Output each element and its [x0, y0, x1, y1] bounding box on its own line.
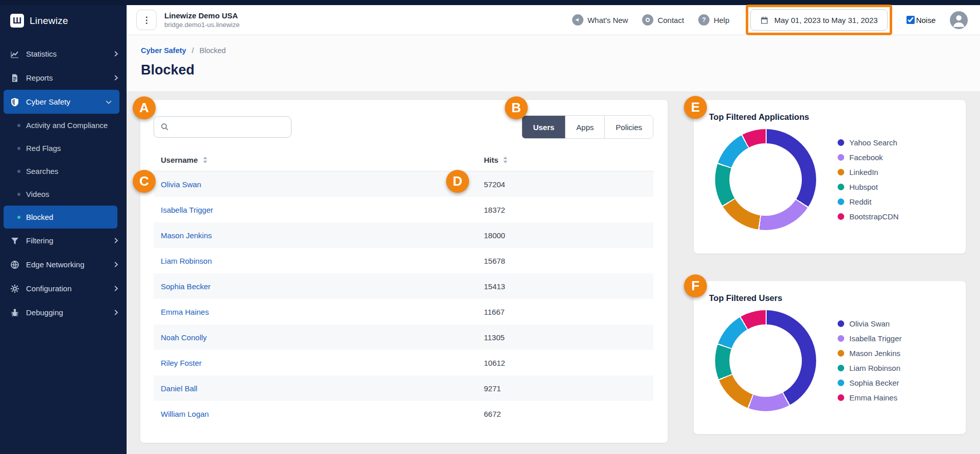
sidebar-subitem-label: Activity and Compliance — [26, 121, 108, 130]
table-row: Noah Conolly11305 — [154, 324, 653, 350]
noise-checkbox[interactable] — [906, 16, 915, 24]
search-icon — [160, 122, 169, 131]
sidebar-subitem-label: Red Flags — [26, 144, 61, 153]
top-filtered-applications-card: Top Filtered Applications Yahoo SearchFa… — [694, 100, 966, 254]
chevron-right-icon — [113, 237, 119, 244]
legend-dot-icon — [838, 394, 844, 401]
sidebar-item-label: Edge Networking — [26, 260, 84, 269]
legend-dot-icon — [838, 350, 844, 357]
legend-dot-icon — [838, 380, 844, 386]
legend-label: Facebook — [849, 153, 883, 162]
date-range-picker[interactable]: May 01, 2023 to May 31, 2023 — [750, 9, 888, 31]
table-header: Username Hits — [154, 156, 653, 171]
tab-apps[interactable]: Apps — [565, 116, 604, 138]
legend-item-mason-jenkins: Mason Jenkins — [838, 349, 902, 358]
contact-icon — [642, 14, 653, 26]
username-link[interactable]: Riley Foster — [161, 359, 484, 367]
username-link[interactable]: William Logan — [161, 410, 484, 418]
brand-name: Linewize — [30, 15, 68, 27]
filter-icon — [10, 236, 19, 245]
calendar-icon — [760, 16, 769, 24]
legend-label: Olivia Swan — [849, 319, 890, 328]
tab-policies[interactable]: Policies — [604, 116, 653, 138]
breadcrumb: Cyber Safety / Blocked — [141, 46, 980, 55]
legend-label: Yahoo Search — [849, 138, 897, 147]
bullet-dot-icon — [17, 216, 20, 219]
help-link[interactable]: ? Help — [698, 14, 729, 26]
sidebar-item-filtering[interactable]: Filtering — [0, 229, 127, 253]
username-link[interactable]: Isabella Trigger — [161, 206, 484, 214]
sidebar-item-configuration[interactable]: Configuration — [0, 276, 127, 300]
legend-item-hubspot: Hubspot — [838, 183, 899, 191]
chevron-right-icon — [113, 309, 119, 316]
linewize-logo-icon: Ш — [10, 14, 24, 28]
annotation-marker-d: D — [446, 170, 469, 193]
page-subheader: Cyber Safety / Blocked Blocked — [127, 35, 980, 91]
sidebar-item-reports[interactable]: Reports — [0, 66, 127, 90]
top-filtered-users-card: Top Filtered Users Olivia SwanIsabella T… — [694, 281, 966, 434]
hits-value: 18000 — [484, 231, 653, 240]
table-row: Isabella Trigger18372 — [154, 197, 653, 222]
user-avatar-icon[interactable] — [950, 11, 968, 29]
sidebar: Ш Linewize StatisticsReportsCyber Safety… — [0, 5, 127, 454]
noise-toggle: Noise — [906, 16, 936, 24]
legend-item-emma-haines: Emma Haines — [838, 393, 902, 402]
legend-label: LinkedIn — [849, 168, 878, 176]
breadcrumb-separator: / — [192, 46, 194, 55]
sidebar-item-debugging[interactable]: Debugging — [0, 300, 127, 324]
sidebar-item-label: Filtering — [26, 236, 53, 245]
sidebar-item-label: Configuration — [26, 284, 71, 293]
reports-icon — [10, 73, 19, 83]
noise-label: Noise — [916, 16, 936, 24]
contact-link[interactable]: Contact — [642, 14, 684, 26]
whats-new-link[interactable]: What's New — [572, 14, 628, 26]
table-row: Olivia Swan57204 — [154, 171, 653, 197]
annotation-marker-e: E — [684, 96, 707, 119]
kebab-menu-button[interactable]: ⋮ — [136, 10, 157, 30]
sidebar-subitem-red-flags[interactable]: Red Flags — [0, 137, 127, 160]
column-header-hits[interactable]: Hits — [484, 156, 653, 164]
legend-dot-icon — [838, 213, 844, 220]
username-link[interactable]: Daniel Ball — [161, 384, 484, 393]
username-link[interactable]: Liam Robinson — [161, 257, 484, 265]
sidebar-subitem-label: Videos — [26, 190, 50, 198]
annotation-marker-a: A — [133, 96, 156, 119]
sidebar-item-label: Cyber Safety — [26, 97, 70, 106]
sidebar-subitem-searches[interactable]: Searches — [0, 160, 127, 183]
charts-column: Top Filtered Applications Yahoo SearchFa… — [694, 100, 966, 434]
help-label: Help — [714, 16, 729, 24]
site-domain: bridge.demo1-us.linewize — [164, 21, 239, 29]
username-link[interactable]: Noah Conolly — [161, 333, 484, 342]
sidebar-subitem-blocked[interactable]: Blocked — [4, 206, 117, 229]
sidebar-subitem-activity-and-compliance[interactable]: Activity and Compliance — [0, 114, 127, 137]
whats-new-label: What's New — [587, 16, 628, 24]
legend-dot-icon — [838, 154, 844, 161]
breadcrumb-cyber-safety-link[interactable]: Cyber Safety — [141, 46, 186, 55]
sidebar-item-edge-networking[interactable]: Edge Networking — [0, 253, 127, 276]
username-link[interactable]: Mason Jenkins — [161, 231, 484, 240]
search-input[interactable] — [154, 116, 291, 138]
brand-logo[interactable]: Ш Linewize — [0, 5, 127, 35]
sidebar-subitem-videos[interactable]: Videos — [0, 183, 127, 206]
sidebar-item-statistics[interactable]: Statistics — [0, 42, 127, 66]
sort-icon[interactable] — [203, 157, 207, 163]
site-name: Linewize Demo USA — [164, 11, 239, 20]
sort-icon[interactable] — [503, 157, 507, 163]
page-title: Blocked — [141, 62, 980, 78]
sidebar-subitem-label: Blocked — [26, 213, 53, 221]
contact-label: Contact — [657, 16, 684, 24]
table-row: Emma Haines11667 — [154, 299, 653, 324]
column-header-username[interactable]: Username — [161, 156, 484, 164]
applications-donut-chart — [715, 129, 816, 230]
tab-users[interactable]: Users — [522, 116, 565, 138]
username-link[interactable]: Olivia Swan — [161, 180, 484, 189]
megaphone-icon — [572, 14, 583, 26]
username-link[interactable]: Sophia Becker — [161, 282, 484, 291]
bug-icon — [10, 308, 19, 317]
table-body: Olivia Swan57204Isabella Trigger18372Mas… — [154, 171, 653, 426]
applications-legend: Yahoo SearchFacebookLinkedInHubspotReddi… — [838, 138, 899, 221]
legend-dot-icon — [838, 139, 844, 146]
username-link[interactable]: Emma Haines — [161, 308, 484, 316]
chevron-right-icon — [113, 51, 119, 57]
sidebar-item-cyber-safety[interactable]: Cyber Safety — [4, 90, 119, 114]
